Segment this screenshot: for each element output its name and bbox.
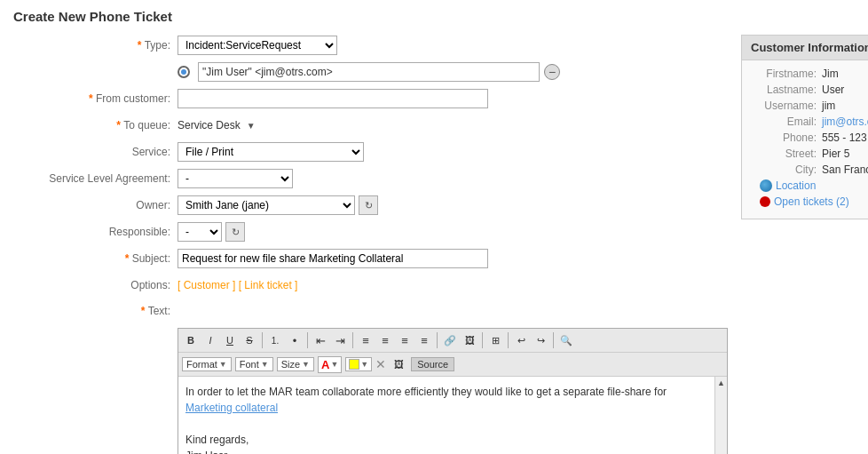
owner-select[interactable]: Smith Jane (jane): [178, 195, 355, 215]
options-label: Options:: [13, 279, 178, 291]
email-info-label: Email:: [751, 115, 822, 128]
street-label: Street:: [751, 147, 822, 160]
remove-email-button[interactable]: −: [544, 64, 560, 80]
email-input-row: −: [178, 62, 560, 82]
phone-row: Phone: 555 - 123 456: [751, 131, 868, 144]
customer-panel: Customer Information Firstname: Jim Last…: [741, 35, 868, 219]
owner-row: Owner: Smith Jane (jane) ↻: [13, 195, 728, 216]
toolbar-sep-1: [262, 332, 263, 348]
toolbar-sep-3: [352, 332, 353, 348]
table-button[interactable]: ⊞: [486, 331, 504, 349]
subject-input[interactable]: [178, 249, 488, 268]
insert-image-btn2[interactable]: 🖼: [390, 355, 407, 373]
font-dropdown[interactable]: Font ▼: [235, 357, 273, 371]
outdent-button[interactable]: ⇤: [312, 331, 329, 349]
indent-button[interactable]: ⇥: [331, 331, 349, 349]
unordered-list-button[interactable]: •: [286, 331, 304, 349]
highlight-button[interactable]: ▼: [345, 357, 372, 371]
service-select[interactable]: File / Print: [178, 142, 364, 162]
location-link[interactable]: Location: [776, 179, 816, 192]
customer-link[interactable]: [ Customer ]: [178, 279, 235, 291]
open-tickets-row: Open tickets (2): [751, 195, 868, 208]
editor-line-link: Marketing collateral: [185, 400, 707, 416]
image-button[interactable]: 🖼: [461, 331, 478, 349]
sla-label: Service Level Agreement:: [13, 172, 178, 185]
size-dropdown[interactable]: Size ▼: [277, 357, 314, 371]
queue-input-row: Service Desk ▼: [178, 119, 256, 131]
align-center-button[interactable]: ≡: [376, 331, 394, 349]
form-section: * Type: Incident:ServiceRequest − From c…: [13, 35, 728, 454]
firstname-row: Firstname: Jim: [751, 68, 868, 80]
sla-select[interactable]: -: [178, 169, 293, 188]
lastname-value: User: [822, 84, 844, 96]
editor-line-1: In order to let the MAR team collaborate…: [185, 384, 707, 400]
editor-line-3: Jim User: [185, 448, 707, 454]
username-value: jim: [822, 100, 835, 112]
from-customer-input[interactable]: [178, 89, 488, 108]
email-input[interactable]: [198, 62, 540, 82]
find-button[interactable]: 🔍: [557, 331, 575, 349]
editor-scrollbar[interactable]: ▲: [714, 377, 727, 454]
text-row: Text:: [13, 301, 728, 323]
email-row: −: [13, 61, 728, 83]
toolbar-sep-7: [553, 332, 554, 348]
firstname-label: Firstname:: [751, 68, 822, 80]
source-label: Source: [417, 359, 448, 370]
phone-value: 555 - 123 456: [822, 131, 868, 144]
underline-button[interactable]: U: [221, 331, 239, 349]
type-select[interactable]: Incident:ServiceRequest: [178, 36, 337, 55]
strikethrough-button[interactable]: S: [241, 331, 258, 349]
font-color-a-icon: A: [321, 358, 329, 371]
font-color-arrow: ▼: [330, 360, 338, 369]
highlight-arrow: ▼: [360, 360, 368, 369]
page-title: Create New Phone Ticket: [13, 9, 855, 24]
text-label: Text:: [13, 305, 178, 317]
responsible-refresh-button[interactable]: ↻: [225, 222, 245, 242]
globe-icon: [760, 179, 772, 192]
queue-arrow-icon: ▼: [247, 121, 256, 131]
editor-content-area[interactable]: In order to let the MAR team collaborate…: [178, 377, 714, 454]
queue-value: Service Desk: [178, 119, 241, 131]
format-dropdown-arrow: ▼: [219, 360, 227, 369]
street-value: Pier 5: [822, 147, 849, 160]
toolbar-sep-4: [437, 332, 438, 348]
ordered-list-button[interactable]: 1.: [266, 331, 284, 349]
bold-button[interactable]: B: [182, 331, 200, 349]
responsible-select[interactable]: -: [178, 222, 222, 242]
type-row: * Type: Incident:ServiceRequest: [13, 35, 728, 56]
radio-dot[interactable]: [178, 66, 190, 78]
username-row: Username: jim: [751, 100, 868, 112]
owner-refresh-button[interactable]: ↻: [359, 195, 378, 215]
email-info-value[interactable]: jim@otrs.com: [822, 115, 868, 128]
redo-button[interactable]: ↪: [532, 331, 549, 349]
font-color-button[interactable]: A ▼: [318, 356, 342, 373]
align-right-button[interactable]: ≡: [396, 331, 414, 349]
italic-button[interactable]: I: [201, 331, 219, 349]
from-customer-row: From customer:: [13, 88, 728, 109]
font-label: Font: [240, 359, 259, 370]
eraser-button[interactable]: ✕: [375, 357, 386, 371]
lastname-label: Lastname:: [751, 84, 822, 96]
source-button[interactable]: Source: [411, 357, 454, 371]
format-label: Format: [186, 359, 217, 370]
align-left-button[interactable]: ≡: [357, 331, 375, 349]
city-row: City: San Francisco: [751, 163, 868, 176]
to-queue-label: To queue:: [13, 119, 178, 131]
justify-button[interactable]: ≡: [415, 331, 433, 349]
format-dropdown[interactable]: Format ▼: [182, 357, 232, 371]
open-tickets-dot-icon: [760, 196, 770, 207]
options-links: [ Customer ] [ Link ticket ]: [178, 279, 297, 291]
owner-label: Owner:: [13, 199, 178, 211]
options-row: Options: [ Customer ] [ Link ticket ]: [13, 275, 728, 296]
link-ticket-link[interactable]: [ Link ticket ]: [239, 279, 298, 291]
responsible-label: Responsible:: [13, 226, 178, 238]
open-tickets-link[interactable]: Open tickets (2): [774, 195, 849, 208]
toolbar-sep-6: [508, 332, 509, 348]
customer-info-table: Firstname: Jim Lastname: User Username: …: [742, 60, 868, 219]
toolbar-sep-2: [307, 332, 308, 348]
undo-button[interactable]: ↩: [512, 331, 530, 349]
sla-row: Service Level Agreement: -: [13, 168, 728, 189]
link-button[interactable]: 🔗: [441, 331, 459, 349]
responsible-row: Responsible: - ↻: [13, 221, 728, 243]
subject-row: Subject:: [13, 248, 728, 269]
